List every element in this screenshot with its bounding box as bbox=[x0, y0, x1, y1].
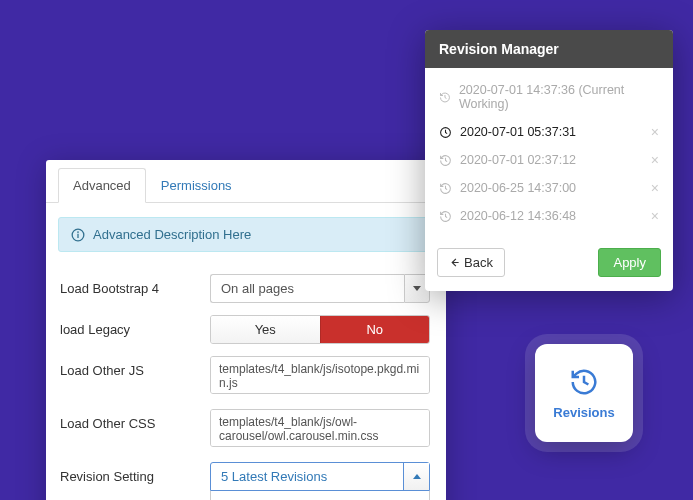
tab-advanced[interactable]: Advanced bbox=[58, 168, 146, 203]
revision-timestamp: 2020-06-12 14:36:48 bbox=[460, 209, 576, 223]
close-icon[interactable]: × bbox=[651, 181, 659, 195]
apply-button[interactable]: Apply bbox=[598, 248, 661, 277]
revision-list: 2020-07-01 14:37:36 (Current Working) 20… bbox=[425, 68, 673, 238]
load-legacy-no[interactable]: No bbox=[320, 316, 430, 343]
history-icon bbox=[569, 367, 599, 397]
row-load-other-js: Load Other JS bbox=[46, 350, 446, 403]
back-button[interactable]: Back bbox=[437, 248, 505, 277]
revision-setting-caret[interactable] bbox=[403, 463, 429, 490]
load-other-js-input[interactable] bbox=[210, 356, 430, 394]
info-icon bbox=[71, 228, 85, 242]
revision-item[interactable]: 2020-07-01 02:37:12 × bbox=[431, 146, 667, 174]
close-icon[interactable]: × bbox=[651, 209, 659, 223]
revision-setting-select[interactable]: 5 Latest Revisions All Revisions 5 Lates… bbox=[210, 462, 430, 500]
row-load-legacy: load Legacy Yes No bbox=[46, 309, 446, 350]
label-load-other-css: Load Other CSS bbox=[60, 409, 210, 431]
revision-timestamp: 2020-07-01 02:37:12 bbox=[460, 153, 576, 167]
history-icon bbox=[439, 154, 452, 167]
history-icon bbox=[439, 91, 451, 104]
load-legacy-yes[interactable]: Yes bbox=[211, 316, 320, 343]
revision-timestamp: 2020-07-01 14:37:36 (Current Working) bbox=[459, 83, 659, 111]
load-legacy-toggle: Yes No bbox=[210, 315, 430, 344]
load-other-css-input[interactable] bbox=[210, 409, 430, 447]
revision-timestamp: 2020-07-01 05:37:31 bbox=[460, 125, 576, 139]
alert-text: Advanced Description Here bbox=[93, 227, 251, 242]
settings-tabs: Advanced Permissions bbox=[46, 160, 446, 203]
revision-item[interactable]: 2020-06-25 14:37:00 × bbox=[431, 174, 667, 202]
revision-timestamp: 2020-06-25 14:37:00 bbox=[460, 181, 576, 195]
revision-setting-value: 5 Latest Revisions bbox=[211, 463, 403, 490]
arrow-left-icon bbox=[449, 257, 460, 268]
row-load-bootstrap4: Load Bootstrap 4 On all pages bbox=[46, 268, 446, 309]
revisions-tile[interactable]: Revisions bbox=[535, 344, 633, 442]
revision-manager-title: Revision Manager bbox=[425, 30, 673, 68]
load-bootstrap4-select[interactable]: On all pages bbox=[210, 274, 430, 303]
revision-manager-popup: Revision Manager 2020-07-01 14:37:36 (Cu… bbox=[425, 30, 673, 291]
chevron-down-icon bbox=[413, 286, 421, 291]
revision-item[interactable]: 2020-06-12 14:36:48 × bbox=[431, 202, 667, 230]
back-label: Back bbox=[464, 255, 493, 270]
label-load-legacy: load Legacy bbox=[60, 315, 210, 337]
history-icon bbox=[439, 210, 452, 223]
chevron-up-icon bbox=[413, 474, 421, 479]
svg-point-2 bbox=[78, 231, 79, 232]
tab-permissions[interactable]: Permissions bbox=[146, 168, 247, 202]
row-load-other-css: Load Other CSS bbox=[46, 403, 446, 456]
label-load-other-js: Load Other JS bbox=[60, 356, 210, 378]
clock-icon bbox=[439, 126, 452, 139]
revision-setting-options: All Revisions 5 Latest Revisions bbox=[210, 491, 430, 500]
revision-item[interactable]: 2020-07-01 05:37:31 × bbox=[431, 118, 667, 146]
revision-option[interactable]: All Revisions bbox=[211, 491, 429, 500]
label-load-bootstrap4: Load Bootstrap 4 bbox=[60, 274, 210, 296]
revisions-tile-label: Revisions bbox=[553, 405, 614, 420]
revision-item[interactable]: 2020-07-01 14:37:36 (Current Working) bbox=[431, 76, 667, 118]
label-revision-setting: Revision Setting bbox=[60, 462, 210, 484]
revision-footer: Back Apply bbox=[425, 238, 673, 291]
history-icon bbox=[439, 182, 452, 195]
close-icon[interactable]: × bbox=[651, 125, 659, 139]
alert-info: Advanced Description Here bbox=[58, 217, 434, 252]
row-revision-setting: Revision Setting 5 Latest Revisions All … bbox=[46, 456, 446, 500]
close-icon[interactable]: × bbox=[651, 153, 659, 167]
load-bootstrap4-value: On all pages bbox=[210, 274, 404, 303]
settings-panel: Advanced Permissions Advanced Descriptio… bbox=[46, 160, 446, 500]
